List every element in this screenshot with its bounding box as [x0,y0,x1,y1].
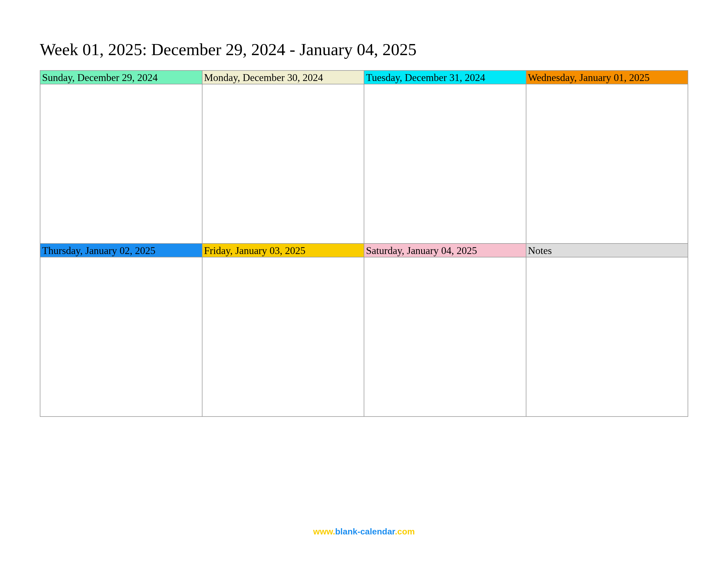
notes-header: Notes [526,244,688,258]
day-header-monday: Monday, December 30, 2024 [202,71,365,84]
day-cell-saturday[interactable] [364,258,526,417]
day-header-sunday: Sunday, December 29, 2024 [40,71,202,84]
day-cell-friday[interactable] [202,258,365,417]
footer-link[interactable]: www.blank-calendar.com [0,527,728,536]
notes-cell[interactable] [526,258,688,417]
day-header-friday: Friday, January 03, 2025 [202,244,365,258]
day-header-wednesday: Wednesday, January 01, 2025 [526,71,688,84]
footer-domain: blank-calendar [335,527,395,536]
day-header-saturday: Saturday, January 04, 2025 [364,244,526,258]
day-header-tuesday: Tuesday, December 31, 2024 [364,71,526,84]
day-header-thursday: Thursday, January 02, 2025 [40,244,202,258]
day-cell-sunday[interactable] [40,84,202,244]
footer-www: www. [313,527,335,536]
day-cell-thursday[interactable] [40,258,202,417]
page-title: Week 01, 2025: December 29, 2024 - Janua… [40,40,688,59]
day-cell-wednesday[interactable] [526,84,688,244]
day-cell-monday[interactable] [202,84,365,244]
day-cell-tuesday[interactable] [364,84,526,244]
weekly-calendar-grid: Sunday, December 29, 2024 Monday, Decemb… [40,70,688,417]
footer-com: .com [395,527,415,536]
